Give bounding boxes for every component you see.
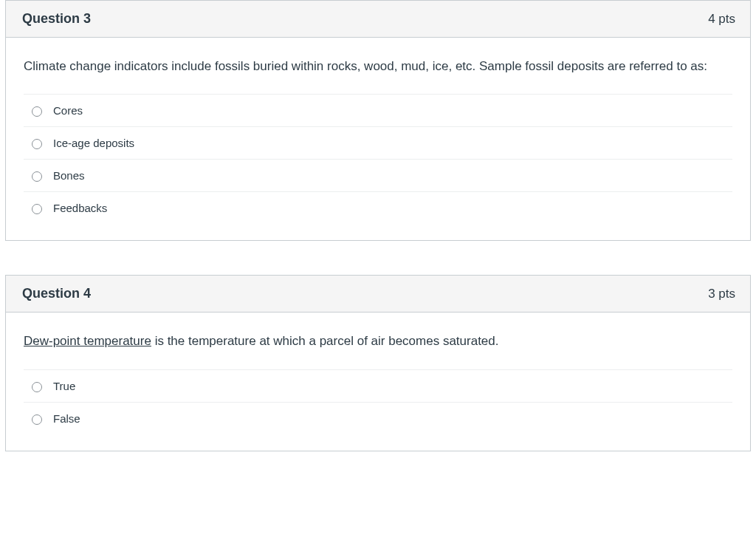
option-row[interactable]: False bbox=[24, 403, 732, 434]
option-label: Ice-age deposits bbox=[53, 137, 134, 149]
prompt-underlined: Dew-point temperature bbox=[24, 334, 151, 348]
option-label: Bones bbox=[53, 169, 85, 182]
option-label: False bbox=[53, 412, 80, 425]
option-label: Feedbacks bbox=[53, 202, 107, 214]
options-list: True False bbox=[24, 369, 732, 434]
option-row[interactable]: Cores bbox=[24, 95, 732, 127]
option-label: True bbox=[53, 380, 75, 392]
question-body: Dew-point temperature is the temperature… bbox=[6, 313, 750, 450]
option-row[interactable]: Feedbacks bbox=[24, 192, 732, 224]
option-label: Cores bbox=[53, 104, 83, 117]
question-title: Question 4 bbox=[22, 286, 91, 301]
question-points: 3 pts bbox=[708, 287, 735, 301]
question-header: Question 3 4 pts bbox=[6, 1, 750, 38]
option-radio[interactable] bbox=[32, 204, 42, 214]
question-card-3: Question 3 4 pts Climate change indicato… bbox=[5, 0, 751, 241]
option-radio[interactable] bbox=[32, 414, 42, 425]
prompt-rest: is the temperature at which a parcel of … bbox=[151, 334, 499, 348]
question-header: Question 4 3 pts bbox=[6, 276, 750, 313]
option-radio[interactable] bbox=[32, 171, 42, 182]
option-radio[interactable] bbox=[32, 382, 42, 392]
option-radio[interactable] bbox=[32, 139, 42, 149]
question-prompt: Climate change indicators include fossil… bbox=[24, 57, 732, 76]
option-row[interactable]: True bbox=[24, 370, 732, 403]
question-prompt: Dew-point temperature is the temperature… bbox=[24, 332, 732, 351]
question-body: Climate change indicators include fossil… bbox=[6, 38, 750, 240]
option-row[interactable]: Ice-age deposits bbox=[24, 127, 732, 160]
question-points: 4 pts bbox=[708, 12, 735, 27]
options-list: Cores Ice-age deposits Bones Feedbacks bbox=[24, 94, 732, 224]
option-row[interactable]: Bones bbox=[24, 160, 732, 192]
option-radio[interactable] bbox=[32, 106, 42, 117]
question-title: Question 3 bbox=[22, 11, 91, 27]
question-card-4: Question 4 3 pts Dew-point temperature i… bbox=[5, 275, 751, 451]
